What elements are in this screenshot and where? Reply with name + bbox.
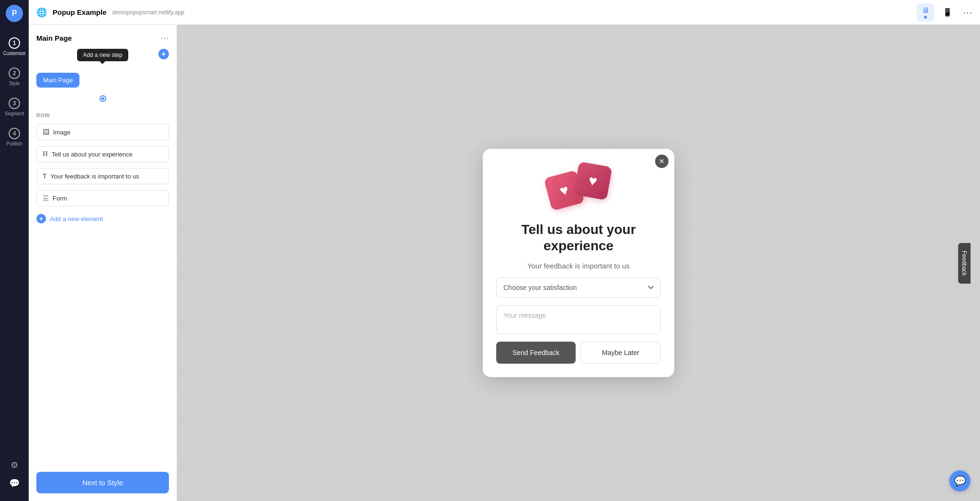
sidebar-item-label: Customize (3, 51, 25, 56)
selected-dot (100, 95, 106, 102)
sidebar-item-segment[interactable]: 3 Segment (0, 92, 29, 122)
page-tabs: Main Page (36, 73, 169, 88)
add-icon: + (36, 214, 46, 223)
panel-title: Main Page (36, 34, 72, 42)
device-buttons: 🖥 📱 (917, 3, 957, 22)
feedback-side-tab[interactable]: Feedback (958, 243, 971, 283)
sidebar-item-label: Segment (5, 111, 24, 116)
chat-icon[interactable]: 💬 (9, 478, 20, 489)
popup-subtitle: Your feedback is important to us (527, 262, 630, 270)
sidebar-bottom: ⚙ 💬 (9, 460, 20, 496)
mobile-device-btn[interactable]: 📱 (938, 5, 957, 20)
side-navigation: P 1 Customize 2 Style 3 Segment 4 Publis… (0, 0, 29, 501)
send-feedback-button[interactable]: Send Feedback (496, 342, 576, 364)
settings-icon[interactable]: ⚙ (11, 460, 18, 470)
sidebar-item-style[interactable]: 2 Style (0, 62, 29, 92)
app-logo[interactable]: P (6, 5, 23, 22)
desktop-device-btn[interactable]: 🖥 (917, 3, 934, 22)
sidebar-item-label: Style (9, 81, 20, 86)
image-icon: 🖼 (43, 128, 49, 136)
row-section-label: ROW (36, 112, 169, 118)
more-options-icon[interactable]: ⋯ (963, 7, 972, 18)
top-bar: 🌐 Popup Example demopopupsmart.netlify.a… (29, 0, 980, 25)
popup-title: Tell us about your experience (496, 222, 661, 254)
row-item-form[interactable]: ☰ Form (36, 190, 169, 206)
text-icon: T (43, 172, 47, 180)
popup-action-buttons: Send Feedback Maybe Later (496, 342, 661, 364)
main-layout: Main Page ⋯ Add a new step + Main Page (29, 25, 980, 501)
next-to-style-button[interactable]: Next to Style (36, 472, 169, 493)
app-title: Popup Example (53, 8, 107, 16)
chat-bubble-button[interactable]: 💬 (949, 470, 970, 491)
message-textarea[interactable] (496, 305, 661, 334)
sidebar-item-publish[interactable]: 4 Publish (0, 122, 29, 152)
row-item-heading[interactable]: H Tell us about your experience (36, 146, 169, 162)
step-number-3: 3 (9, 98, 20, 109)
panel-header: Main Page ⋯ (36, 33, 169, 43)
panel-menu-icon[interactable]: ⋯ (160, 33, 169, 43)
tooltip-wrapper: Add a new step + (36, 49, 169, 67)
left-panel: Main Page ⋯ Add a new step + Main Page (29, 25, 177, 501)
sidebar-item-label: Publish (7, 141, 22, 146)
globe-icon: 🌐 (36, 7, 47, 18)
step-number-1: 1 (9, 37, 20, 49)
popup-modal: ✕ ♥ ♥ Tell us about your experience Your… (483, 149, 674, 377)
popup-close-button[interactable]: ✕ (655, 155, 668, 168)
main-page-tab[interactable]: Main Page (36, 73, 79, 88)
satisfaction-dropdown[interactable]: Choose your satisfaction Very Satisfied … (496, 278, 661, 298)
popup-image: ♥ ♥ (547, 164, 610, 212)
form-icon: ☰ (43, 194, 49, 202)
add-element-button[interactable]: + Add a new element (36, 212, 169, 225)
active-indicator (924, 16, 927, 19)
sidebar-item-customize[interactable]: 1 Customize (0, 32, 29, 62)
row-item-text[interactable]: T Your feedback is important to us (36, 168, 169, 184)
add-step-plus-button[interactable]: + (158, 49, 169, 59)
step-number-2: 2 (9, 67, 20, 79)
canvas-area: Feedback ✕ ♥ ♥ Tell us about your experi… (177, 25, 980, 501)
app-url: demopopupsmart.netlify.app (112, 9, 185, 16)
heart-block-2: ♥ (573, 162, 612, 200)
radio-indicator (36, 95, 169, 102)
heading-icon: H (43, 150, 48, 158)
maybe-later-button[interactable]: Maybe Later (580, 342, 661, 364)
row-item-image[interactable]: 🖼 Image (36, 124, 169, 140)
step-number-4: 4 (9, 128, 20, 139)
add-step-tooltip: Add a new step (77, 49, 128, 61)
